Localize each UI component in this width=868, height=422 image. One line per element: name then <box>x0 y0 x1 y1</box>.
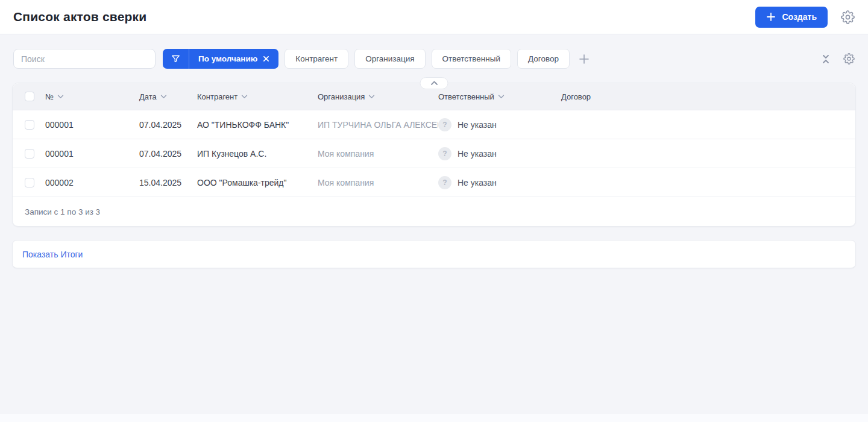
chevron-down-icon <box>241 95 248 99</box>
date-cell: 07.04.2025 <box>139 120 197 130</box>
create-button[interactable]: Создать <box>755 7 828 28</box>
chevron-up-icon <box>430 81 438 86</box>
chevron-down-icon <box>57 95 64 99</box>
toolbar: По умолчанию Контрагент Организация Отве… <box>13 49 855 69</box>
bottom-strip <box>0 414 868 422</box>
row-checkbox[interactable] <box>25 149 34 159</box>
active-filter-label: По умолчанию <box>198 54 257 63</box>
avatar: ? <box>438 176 451 189</box>
gear-icon <box>843 53 855 65</box>
header-actions: Создать <box>755 7 855 28</box>
responsible-name: Не указан <box>458 120 497 130</box>
number-cell: 000001 <box>45 120 139 130</box>
avatar: ? <box>438 118 451 131</box>
table-settings-button[interactable] <box>843 53 855 65</box>
checkbox-cell <box>25 149 45 159</box>
column-header-label: Контрагент <box>197 92 237 101</box>
column-header-label: Ответственный <box>438 92 494 101</box>
page-title: Список актов сверки <box>13 10 146 24</box>
filter-chips: Контрагент Организация Ответственный Дог… <box>285 49 570 69</box>
column-header-organization[interactable]: Организация <box>318 92 438 101</box>
date-cell: 07.04.2025 <box>139 149 197 159</box>
column-header-label: Дата <box>139 92 157 101</box>
records-count-text: Записи с 1 по 3 из 3 <box>25 207 100 216</box>
responsible-name: Не указан <box>458 149 497 159</box>
avatar: ? <box>438 147 451 160</box>
counterparty-cell: ООО "Ромашка-трейд" <box>197 178 318 187</box>
funnel-icon <box>163 54 189 64</box>
create-button-label: Создать <box>782 12 817 22</box>
filter-chip-responsible[interactable]: Ответственный <box>432 49 511 69</box>
filter-chip-counterparty[interactable]: Контрагент <box>285 49 348 69</box>
chevron-down-icon <box>368 95 375 99</box>
gear-icon <box>841 10 855 24</box>
number-cell: 000002 <box>45 178 139 187</box>
table-row[interactable]: 000001 07.04.2025 ИП Кузнецов А.С. Моя к… <box>13 139 855 168</box>
plus-icon <box>766 12 776 22</box>
table-row[interactable]: 000002 15.04.2025 ООО "Ромашка-трейд" Мо… <box>13 168 855 197</box>
filter-chip-contract[interactable]: Договор <box>517 49 570 69</box>
chevron-down-icon <box>160 95 167 99</box>
checkbox-cell <box>25 120 45 130</box>
collapse-toolbar-button[interactable] <box>822 54 830 64</box>
filter-chip-organization[interactable]: Организация <box>354 49 425 69</box>
column-header-label: Организация <box>318 92 365 101</box>
counterparty-cell: ИП Кузнецов А.С. <box>197 149 318 159</box>
row-checkbox[interactable] <box>25 178 34 187</box>
responsible-cell: ? Не указан <box>438 118 561 131</box>
column-header-label: Договор <box>561 92 591 101</box>
number-cell: 000001 <box>45 149 139 159</box>
reconciliation-acts-table: № Дата Контрагент Организация Ответствен… <box>12 83 856 227</box>
checkbox-cell <box>25 178 45 187</box>
search-input[interactable] <box>13 49 156 69</box>
date-cell: 15.04.2025 <box>139 178 197 187</box>
organization-cell: ИП ТУРЧИНА ОЛЬГА АЛЕКСЕЕВНА <box>318 120 438 130</box>
plus-icon <box>578 53 590 65</box>
select-all-checkbox[interactable] <box>25 92 34 101</box>
counterparty-cell: АО "ТИНЬКОФФ БАНК" <box>197 120 318 130</box>
column-header-label: № <box>45 92 54 101</box>
settings-button[interactable] <box>841 10 855 24</box>
column-header-date[interactable]: Дата <box>139 92 197 101</box>
column-header-responsible[interactable]: Ответственный <box>438 92 561 101</box>
table-footer: Записи с 1 по 3 из 3 <box>13 197 855 226</box>
totals-card: Показать Итоги <box>12 240 856 268</box>
organization-cell: Моя компания <box>318 178 438 187</box>
collapse-vertical-icon <box>822 54 830 64</box>
app-header: Список актов сверки Создать <box>0 0 868 34</box>
active-filter-button[interactable]: По умолчанию <box>163 49 278 69</box>
show-totals-link[interactable]: Показать Итоги <box>22 250 83 259</box>
column-header-number[interactable]: № <box>45 92 139 101</box>
row-checkbox[interactable] <box>25 120 34 130</box>
responsible-name: Не указан <box>458 178 497 187</box>
add-filter-button[interactable] <box>578 53 590 65</box>
table-row[interactable]: 000001 07.04.2025 АО "ТИНЬКОФФ БАНК" ИП … <box>13 110 855 139</box>
organization-cell: Моя компания <box>318 149 438 159</box>
responsible-cell: ? Не указан <box>438 176 561 189</box>
collapse-table-button[interactable] <box>420 77 448 89</box>
responsible-cell: ? Не указан <box>438 147 561 160</box>
chevron-down-icon <box>498 95 505 99</box>
column-header-contract: Договор <box>561 92 855 101</box>
toolbar-right-actions <box>822 53 855 65</box>
close-icon[interactable] <box>263 55 269 62</box>
select-all-cell <box>25 92 45 101</box>
column-header-counterparty[interactable]: Контрагент <box>197 92 318 101</box>
